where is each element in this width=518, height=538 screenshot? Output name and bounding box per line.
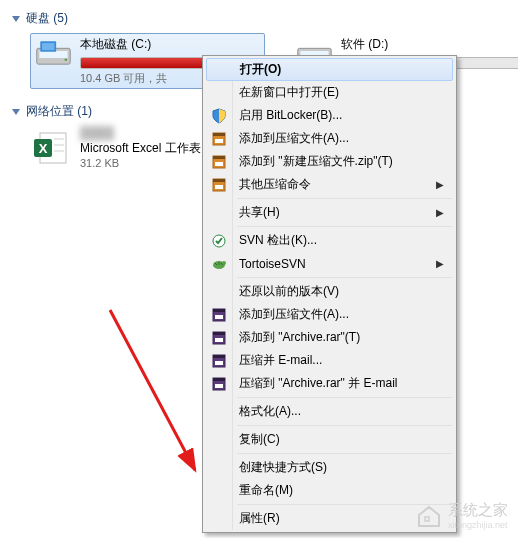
menu-item[interactable]: 添加到 "Archive.rar"(T): [205, 326, 454, 349]
rar2-icon: [209, 328, 229, 348]
svg-rect-37: [215, 384, 223, 388]
svg-rect-27: [213, 309, 225, 312]
menu-item-label: 格式化(A)...: [239, 403, 301, 420]
group-drives-label: 硬盘 (5): [26, 10, 68, 27]
svn-icon: [209, 231, 229, 251]
menu-separator: [237, 226, 452, 227]
menu-item-label: 创建快捷方式(S): [239, 459, 327, 476]
shield-icon: [209, 106, 229, 126]
menu-item-label: 共享(H): [239, 204, 280, 221]
menu-item[interactable]: 添加到压缩文件(A)...: [205, 303, 454, 326]
file-name-obscured: ████: [80, 126, 160, 140]
menu-item[interactable]: TortoiseSVN▶: [205, 252, 454, 275]
svg-point-4: [64, 58, 67, 61]
svg-rect-28: [215, 315, 223, 319]
menu-item-label: TortoiseSVN: [239, 257, 306, 271]
tortoise-icon: [209, 254, 229, 274]
svg-rect-36: [213, 378, 225, 381]
group-network-label: 网络位置 (1): [26, 103, 92, 120]
svg-line-38: [110, 310, 195, 470]
svg-rect-19: [215, 162, 223, 166]
menu-separator: [237, 453, 452, 454]
rar2-icon: [209, 305, 229, 325]
menu-item-label: 压缩并 E-mail...: [239, 352, 322, 369]
svg-rect-15: [213, 133, 225, 136]
menu-item-label: 启用 BitLocker(B)...: [239, 107, 342, 124]
menu-item-label: 添加到压缩文件(A)...: [239, 306, 349, 323]
submenu-arrow-icon: ▶: [436, 179, 444, 190]
menu-item[interactable]: 添加到 "新建压缩文件.zip"(T): [205, 150, 454, 173]
menu-separator: [237, 425, 452, 426]
svg-rect-39: [425, 517, 429, 521]
collapse-icon: [12, 16, 20, 22]
menu-item[interactable]: 其他压缩命令▶: [205, 173, 454, 196]
svg-rect-31: [215, 338, 223, 342]
svg-rect-16: [215, 139, 223, 143]
file-type-label: Microsoft Excel 工作表: [80, 140, 201, 157]
menu-item[interactable]: 创建快捷方式(S): [205, 456, 454, 479]
drive-c-name: 本地磁盘 (C:): [80, 36, 260, 53]
menu-item-label: 压缩到 "Archive.rar" 并 E-mail: [239, 375, 398, 392]
watermark-url: xitongzhijia.net: [448, 520, 508, 530]
menu-item[interactable]: 压缩到 "Archive.rar" 并 E-mail: [205, 372, 454, 395]
menu-item-label: 复制(C): [239, 431, 280, 448]
collapse-icon: [12, 109, 20, 115]
svg-text:X: X: [39, 141, 48, 156]
watermark-text: 系统之家: [448, 501, 508, 520]
svg-rect-22: [215, 185, 223, 189]
menu-item-label: 还原以前的版本(V): [239, 283, 339, 300]
watermark-logo-icon: [416, 503, 442, 529]
svg-rect-21: [213, 179, 225, 182]
menu-item-label: SVN 检出(K)...: [239, 232, 317, 249]
menu-item-label: 添加到 "新建压缩文件.zip"(T): [239, 153, 393, 170]
excel-icon: X: [32, 129, 70, 167]
menu-item-label: 在新窗口中打开(E): [239, 84, 339, 101]
menu-item[interactable]: 格式化(A)...: [205, 400, 454, 423]
menu-item[interactable]: 压缩并 E-mail...: [205, 349, 454, 372]
menu-item-label: 添加到压缩文件(A)...: [239, 130, 349, 147]
watermark: 系统之家 xitongzhijia.net: [416, 501, 508, 530]
context-menu: 打开(O)在新窗口中打开(E)启用 BitLocker(B)...添加到压缩文件…: [202, 55, 457, 533]
svg-rect-3: [42, 43, 54, 50]
menu-item-label: 属性(R): [239, 510, 280, 527]
drive-icon: [35, 36, 72, 74]
svg-rect-1: [39, 51, 67, 58]
menu-item-label: 重命名(M): [239, 482, 293, 499]
menu-item-label: 打开(O): [240, 61, 281, 78]
rar-icon: [209, 152, 229, 172]
menu-item[interactable]: 共享(H)▶: [205, 201, 454, 224]
file-size: 31.2 KB: [80, 157, 201, 169]
menu-item[interactable]: 在新窗口中打开(E): [205, 81, 454, 104]
menu-separator: [237, 397, 452, 398]
drive-d-name: 软件 (D:): [341, 36, 518, 53]
menu-item[interactable]: 重命名(M): [205, 479, 454, 502]
rar2-icon: [209, 351, 229, 371]
menu-separator: [237, 277, 452, 278]
menu-item[interactable]: 还原以前的版本(V): [205, 280, 454, 303]
rar-icon: [209, 129, 229, 149]
menu-item[interactable]: 添加到压缩文件(A)...: [205, 127, 454, 150]
rar-icon: [209, 175, 229, 195]
svg-rect-18: [213, 156, 225, 159]
menu-item-label: 添加到 "Archive.rar"(T): [239, 329, 360, 346]
menu-separator: [237, 198, 452, 199]
group-drives-header[interactable]: 硬盘 (5): [10, 6, 508, 31]
menu-item[interactable]: 复制(C): [205, 428, 454, 451]
submenu-arrow-icon: ▶: [436, 207, 444, 218]
svg-rect-34: [215, 361, 223, 365]
menu-item[interactable]: 打开(O): [206, 58, 453, 81]
svg-rect-33: [213, 355, 225, 358]
menu-item[interactable]: 启用 BitLocker(B)...: [205, 104, 454, 127]
svg-rect-30: [213, 332, 225, 335]
menu-item[interactable]: SVN 检出(K)...: [205, 229, 454, 252]
menu-item-label: 其他压缩命令: [239, 176, 311, 193]
submenu-arrow-icon: ▶: [436, 258, 444, 269]
rar2-icon: [209, 374, 229, 394]
